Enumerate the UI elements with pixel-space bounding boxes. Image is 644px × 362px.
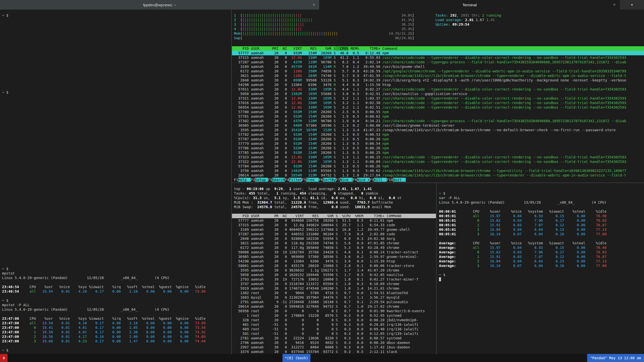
term-line: 57786 aamnah 20 0 933M 154M 28260 S 1.3 …: [232, 146, 644, 150]
term-line: [0, 149, 231, 153]
term-line: F1Help F2Setup F3SearchF4FilterF5Tree F6…: [232, 177, 644, 182]
term-line: 58001 aamnah 20 0 435176 26020 15068 S 2…: [232, 263, 436, 268]
pane-sar[interactable]: ~ $sar -P ALLLinux 5.4.0-29-generic (Pan…: [437, 183, 644, 354]
term-line: [0, 226, 231, 230]
term-line: mpstat -P ALL: [0, 303, 231, 307]
term-line: 56954 aamnah 20 0 12.0G 336M 105M S 3.2 …: [232, 105, 644, 110]
term-line: [0, 67, 231, 72]
term-line: [0, 294, 231, 298]
term-line: Average: 1 15.91 0.03 7.07 0.12 0.00 76.…: [437, 254, 644, 259]
term-line: 20614 aamnah 20 0 5994816 327048 94752 S…: [232, 304, 436, 309]
term-line: [0, 31, 231, 36]
term-line: Average: all 15.97 0.04 6.93 0.15 0.00 7…: [437, 245, 644, 250]
term-line: 4 [|||||||||||||||||||||||||||| 35.4%]: [232, 27, 644, 31]
term-line: [437, 268, 644, 273]
term-line: 3109 aamnah 20 0 4575M 381M 134M R 7.0 1…: [232, 64, 644, 69]
term-line: [0, 248, 231, 253]
term-line: [0, 126, 231, 131]
terminal-window: fppdev@wpnews: ~ × Terminal × ▼ ~ $ ~ $ …: [0, 0, 644, 362]
term-line: [0, 144, 231, 149]
term-line: [0, 194, 231, 199]
chevron-down-icon: ▼: [631, 3, 633, 7]
tab-terminal[interactable]: Terminal ×: [319, 0, 620, 10]
term-line: ~ $: [437, 273, 644, 277]
term-line: 37315 aamnah 20 0 12.0g 349824 108044 S …: [232, 223, 436, 227]
pane-htop[interactable]: 1 [|||||||||||||||||||||||||||| 34.8%] T…: [232, 10, 644, 183]
term-line: 57781 aamnah 20 0 933M 154M 28260 S 1.9 …: [232, 114, 644, 119]
tmux-window-item[interactable]: *[0] (bash): [283, 354, 310, 362]
status-host-clock: "PandaU" May 13 12:00 am: [587, 354, 644, 362]
term-line: 57785 aamnah 20 0 933M 154M 28260 S 1.3 …: [232, 150, 644, 155]
tmux-statusbar: 0 *[0] (bash) "PandaU" May 13 12:00 am: [0, 354, 644, 362]
term-line: 00:05:01 1 15.91 0.03 7.07 0.12 0.00 76.…: [437, 223, 644, 227]
pane-border-vertical-right[interactable]: [436, 183, 437, 354]
term-line: Tasks: 455 total, 1 running, 454 sleepin…: [232, 191, 436, 196]
term-line: 00:05:01 2 16.04 0.04 6.64 0.15 0.00 77.…: [437, 227, 644, 232]
term-line: 1 root 20 0 170864 15228 8576 S 0.3 0.0 …: [232, 313, 436, 318]
term-line: 2 [||||||||||||||||||||||||||||||||| 41.…: [232, 18, 644, 22]
term-line: mpstat: [0, 271, 231, 276]
term-line: %Cpu(s): 31.3 us, 5.1 sy, 1.3 ni, 61.1 i…: [232, 196, 436, 200]
pane-border-horizontal[interactable]: [232, 183, 644, 183]
term-line: [0, 104, 231, 108]
term-line: [0, 58, 231, 63]
term-line: 36985 aamnah 20 0 969080 57360 38596 S 3…: [232, 254, 436, 259]
pane-top[interactable]: top - 00:19:06 up 9:29, 1 user, load ave…: [232, 183, 436, 354]
term-line: Average: 2 16.04 0.04 6.64 0.15 0.00 77.…: [437, 259, 644, 263]
term-line: 54298 aamnah 20 0 13364 6396 3476 S 3.6 …: [232, 259, 436, 263]
term-line: [0, 135, 231, 140]
term-line: sar -P ALL: [437, 196, 644, 200]
term-line: [0, 253, 231, 257]
term-line: ~ $: [0, 266, 231, 271]
close-icon[interactable]: ×: [313, 2, 315, 7]
term-line: 3 [||||||||||||||||||||||||||||| 36.1%] …: [232, 22, 644, 27]
term-line: [0, 280, 231, 285]
term-line: [0, 158, 231, 162]
term-line: [0, 122, 231, 126]
term-line: 23:47:00 3 19.68 0.01 4.23 0.17 0.00 1.4…: [0, 339, 231, 343]
term-line: 2781 aamnah 20 0 22224 13036 8220 S 0.3 …: [232, 336, 436, 340]
term-line: 6172 aamnah 20 0 117.0g 305840 74856 S 5…: [232, 245, 436, 250]
term-line: 1 [|||||||||||||||||||||||||||| 34.8%] T…: [232, 13, 644, 18]
term-line: [0, 54, 231, 58]
term-line: [0, 131, 231, 135]
htop-selected-row: 57777 aamnah 20 0 933M 154M 28260 S 48.8…: [232, 51, 644, 55]
term-line: 2796 aamnah 20 0 9416 6524 4032 S 0.3 0.…: [232, 340, 436, 345]
close-icon[interactable]: ×: [613, 2, 616, 7]
pane-border-vertical-left[interactable]: [231, 10, 232, 354]
term-line: [0, 63, 231, 67]
term-line: 57780 aamnah 20 0 933M 154M 28260 S 2.5 …: [232, 110, 644, 114]
term-line: 57777 aamnah 20 0 954660 156756 28260 S …: [232, 218, 436, 223]
term-line: ~ $: [0, 348, 231, 352]
term-line: 00:05:01 3 16.14 0.07 6.04 0.16 0.00 77.…: [437, 232, 644, 236]
term-line: 57787 aamnah 20 0 933M 154M 28260 S 1.3 …: [232, 137, 644, 141]
term-line: PID USER PR NI VIRT RES SHR S %CPU %MEM …: [232, 214, 436, 218]
term-line: 00:05:01 0 15.82 0.03 7.96 0.17 0.00 76.…: [437, 218, 644, 223]
term-line: [0, 140, 231, 144]
term-line: [232, 209, 436, 214]
term-line: [0, 312, 231, 316]
session-badge: 0: [0, 354, 8, 362]
term-line: [0, 18, 231, 22]
term-line: 2793 aamnah 39 19 727176 33052 16808 S 1…: [232, 277, 436, 282]
term-line: 3750 aamnah 20 0 1481M 110M 65504 S 1.3 …: [232, 168, 644, 173]
menu-button[interactable]: ▼: [620, 0, 644, 10]
term-line: 6172 aamnah 20 0 118G 298M 74856 S 5.7 0…: [232, 69, 644, 73]
term-line: 37287 aamnah 20 0 437M 128M 96780 S 8.2 …: [232, 60, 644, 64]
term-line: 23:47:00 CPU %usr %nice %sys %iowait %ir…: [0, 316, 231, 321]
term-line: [0, 40, 231, 45]
term-line: [0, 27, 231, 31]
term-line: 3374 aamnah 20 0 837948 155784 93772 S 0…: [232, 349, 436, 354]
term-line: [0, 153, 231, 158]
tab-fppdev[interactable]: fppdev@wpnews: ~ ×: [0, 0, 319, 10]
term-line: [0, 239, 231, 244]
term-line: [0, 72, 231, 76]
term-line: 37287 aamnah 20 0 446552 131080 96104 S …: [232, 232, 436, 236]
term-line: [0, 208, 231, 212]
term-line: 37322 aamnah 20 0 12.0G 336M 105M S 1.3 …: [232, 159, 644, 164]
term-line: [0, 36, 231, 40]
term-line: [0, 22, 231, 27]
pane-shell-mpstat[interactable]: ~ $ ~ $ ~ $mpstatLinux 5.4.0-29-generic …: [0, 10, 231, 354]
term-line: [0, 81, 231, 85]
term-line: 57016 aamnah 20 0 12.0G 336M 105M S 3.2 …: [232, 101, 644, 105]
